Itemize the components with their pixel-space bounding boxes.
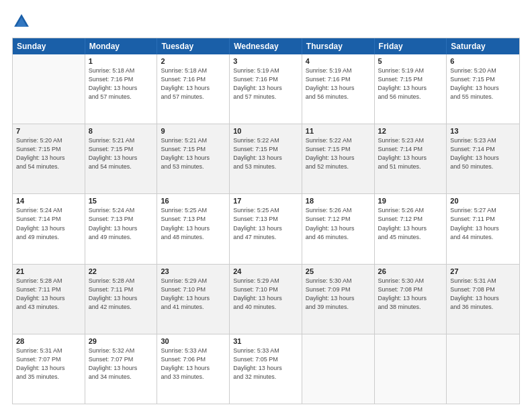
- calendar-cell: 1Sunrise: 5:18 AMSunset: 7:16 PMDaylight…: [85, 54, 158, 124]
- cell-info: Sunrise: 5:19 AMSunset: 7:16 PMDaylight:…: [233, 66, 298, 101]
- cell-info: Sunrise: 5:23 AMSunset: 7:14 PMDaylight:…: [450, 136, 516, 171]
- cell-info: Sunrise: 5:22 AMSunset: 7:15 PMDaylight:…: [233, 136, 298, 171]
- calendar-cell: 5Sunrise: 5:19 AMSunset: 7:15 PMDaylight…: [375, 54, 447, 124]
- cell-info: Sunrise: 5:28 AMSunset: 7:11 PMDaylight:…: [89, 277, 154, 312]
- cell-date: 19: [378, 197, 443, 205]
- cell-date: 21: [16, 267, 81, 275]
- calendar-cell: [375, 334, 447, 404]
- cell-date: 8: [89, 127, 154, 135]
- cell-info: Sunrise: 5:18 AMSunset: 7:16 PMDaylight:…: [89, 66, 154, 101]
- cell-info: Sunrise: 5:25 AMSunset: 7:13 PMDaylight:…: [161, 206, 226, 241]
- calendar-row: 21Sunrise: 5:28 AMSunset: 7:11 PMDayligh…: [13, 265, 519, 334]
- cell-date: 24: [233, 267, 298, 275]
- cell-date: 17: [233, 197, 298, 205]
- calendar-cell: 6Sunrise: 5:20 AMSunset: 7:15 PMDaylight…: [447, 54, 519, 124]
- cell-info: Sunrise: 5:21 AMSunset: 7:15 PMDaylight:…: [161, 136, 226, 171]
- calendar-header-cell: Saturday: [447, 38, 519, 54]
- calendar-cell: 31Sunrise: 5:33 AMSunset: 7:05 PMDayligh…: [230, 334, 302, 404]
- calendar-row: 28Sunrise: 5:31 AMSunset: 7:07 PMDayligh…: [13, 334, 519, 404]
- cell-date: 11: [306, 127, 371, 135]
- cell-info: Sunrise: 5:18 AMSunset: 7:16 PMDaylight:…: [161, 66, 226, 101]
- calendar-row: 1Sunrise: 5:18 AMSunset: 7:16 PMDaylight…: [13, 54, 519, 124]
- cell-info: Sunrise: 5:30 AMSunset: 7:09 PMDaylight:…: [306, 277, 371, 312]
- cell-date: 3: [233, 57, 298, 65]
- cell-date: 29: [89, 337, 154, 345]
- calendar-cell: 13Sunrise: 5:23 AMSunset: 7:14 PMDayligh…: [447, 124, 519, 193]
- calendar-cell: 27Sunrise: 5:31 AMSunset: 7:08 PMDayligh…: [447, 265, 519, 334]
- cell-info: Sunrise: 5:20 AMSunset: 7:15 PMDaylight:…: [450, 66, 516, 101]
- cell-info: Sunrise: 5:31 AMSunset: 7:08 PMDaylight:…: [450, 277, 516, 312]
- calendar-cell: 10Sunrise: 5:22 AMSunset: 7:15 PMDayligh…: [230, 124, 302, 193]
- cell-date: 30: [161, 337, 226, 345]
- cell-info: Sunrise: 5:23 AMSunset: 7:14 PMDaylight:…: [378, 136, 443, 171]
- calendar-cell: 17Sunrise: 5:25 AMSunset: 7:13 PMDayligh…: [230, 194, 302, 263]
- cell-info: Sunrise: 5:22 AMSunset: 7:15 PMDaylight:…: [306, 136, 371, 171]
- calendar-cell: 29Sunrise: 5:32 AMSunset: 7:07 PMDayligh…: [85, 334, 158, 404]
- cell-date: 13: [450, 127, 516, 135]
- cell-date: 1: [89, 57, 154, 65]
- cell-date: 23: [161, 267, 226, 275]
- calendar-cell: 8Sunrise: 5:21 AMSunset: 7:15 PMDaylight…: [85, 124, 158, 193]
- calendar-row: 7Sunrise: 5:20 AMSunset: 7:15 PMDaylight…: [13, 124, 519, 194]
- calendar-cell: 7Sunrise: 5:20 AMSunset: 7:15 PMDaylight…: [13, 124, 85, 193]
- calendar-cell: 9Sunrise: 5:21 AMSunset: 7:15 PMDaylight…: [157, 124, 230, 193]
- cell-date: 7: [16, 127, 81, 135]
- cell-info: Sunrise: 5:29 AMSunset: 7:10 PMDaylight:…: [161, 277, 226, 312]
- calendar-cell: 21Sunrise: 5:28 AMSunset: 7:11 PMDayligh…: [13, 265, 85, 334]
- calendar-cell: 4Sunrise: 5:19 AMSunset: 7:16 PMDaylight…: [302, 54, 375, 124]
- cell-info: Sunrise: 5:33 AMSunset: 7:06 PMDaylight:…: [161, 347, 226, 381]
- cell-date: 14: [16, 197, 81, 205]
- logo: [12, 12, 34, 31]
- cell-info: Sunrise: 5:32 AMSunset: 7:07 PMDaylight:…: [89, 347, 154, 381]
- cell-date: 31: [233, 337, 298, 345]
- cell-date: 16: [161, 197, 226, 205]
- calendar-header-cell: Friday: [375, 38, 447, 54]
- calendar-cell: 28Sunrise: 5:31 AMSunset: 7:07 PMDayligh…: [13, 334, 85, 404]
- calendar-cell: 16Sunrise: 5:25 AMSunset: 7:13 PMDayligh…: [157, 194, 230, 263]
- cell-date: 10: [233, 127, 298, 135]
- cell-info: Sunrise: 5:27 AMSunset: 7:11 PMDaylight:…: [450, 206, 516, 241]
- calendar-cell: [13, 54, 85, 124]
- cell-info: Sunrise: 5:31 AMSunset: 7:07 PMDaylight:…: [16, 347, 81, 381]
- calendar-header-cell: Thursday: [302, 38, 375, 54]
- calendar-cell: 30Sunrise: 5:33 AMSunset: 7:06 PMDayligh…: [157, 334, 230, 404]
- cell-info: Sunrise: 5:28 AMSunset: 7:11 PMDaylight:…: [16, 277, 81, 312]
- calendar-cell: 22Sunrise: 5:28 AMSunset: 7:11 PMDayligh…: [85, 265, 158, 334]
- cell-date: 15: [89, 197, 154, 205]
- cell-info: Sunrise: 5:25 AMSunset: 7:13 PMDaylight:…: [233, 206, 298, 241]
- cell-info: Sunrise: 5:21 AMSunset: 7:15 PMDaylight:…: [89, 136, 154, 171]
- calendar-cell: 19Sunrise: 5:26 AMSunset: 7:12 PMDayligh…: [375, 194, 447, 263]
- calendar-cell: 25Sunrise: 5:30 AMSunset: 7:09 PMDayligh…: [302, 265, 375, 334]
- calendar-header-cell: Wednesday: [230, 38, 302, 54]
- logo-icon: [12, 12, 31, 31]
- cell-date: 26: [378, 267, 443, 275]
- cell-info: Sunrise: 5:33 AMSunset: 7:05 PMDaylight:…: [233, 347, 298, 381]
- calendar-cell: 18Sunrise: 5:26 AMSunset: 7:12 PMDayligh…: [302, 194, 375, 263]
- cell-date: 9: [161, 127, 226, 135]
- cell-info: Sunrise: 5:24 AMSunset: 7:14 PMDaylight:…: [16, 206, 81, 241]
- cell-date: 25: [306, 267, 371, 275]
- cell-info: Sunrise: 5:24 AMSunset: 7:13 PMDaylight:…: [89, 206, 154, 241]
- cell-date: 18: [306, 197, 371, 205]
- cell-date: 22: [89, 267, 154, 275]
- calendar-cell: 11Sunrise: 5:22 AMSunset: 7:15 PMDayligh…: [302, 124, 375, 193]
- calendar-cell: [302, 334, 375, 404]
- calendar-header-cell: Sunday: [13, 38, 85, 54]
- calendar-cell: 2Sunrise: 5:18 AMSunset: 7:16 PMDaylight…: [157, 54, 230, 124]
- cell-date: 12: [378, 127, 443, 135]
- cell-info: Sunrise: 5:29 AMSunset: 7:10 PMDaylight:…: [233, 277, 298, 312]
- cell-date: 4: [306, 57, 371, 65]
- calendar-header-row: SundayMondayTuesdayWednesdayThursdayFrid…: [13, 38, 519, 54]
- calendar-cell: 26Sunrise: 5:30 AMSunset: 7:08 PMDayligh…: [375, 265, 447, 334]
- calendar-body: 1Sunrise: 5:18 AMSunset: 7:16 PMDaylight…: [13, 54, 519, 404]
- cell-date: 5: [378, 57, 443, 65]
- cell-date: 6: [450, 57, 516, 65]
- calendar-cell: [447, 334, 519, 404]
- header: [12, 12, 520, 31]
- calendar-cell: 3Sunrise: 5:19 AMSunset: 7:16 PMDaylight…: [230, 54, 302, 124]
- calendar-cell: 12Sunrise: 5:23 AMSunset: 7:14 PMDayligh…: [375, 124, 447, 193]
- cell-date: 2: [161, 57, 226, 65]
- calendar-header-cell: Tuesday: [157, 38, 230, 54]
- calendar-cell: 23Sunrise: 5:29 AMSunset: 7:10 PMDayligh…: [157, 265, 230, 334]
- cell-info: Sunrise: 5:26 AMSunset: 7:12 PMDaylight:…: [378, 206, 443, 241]
